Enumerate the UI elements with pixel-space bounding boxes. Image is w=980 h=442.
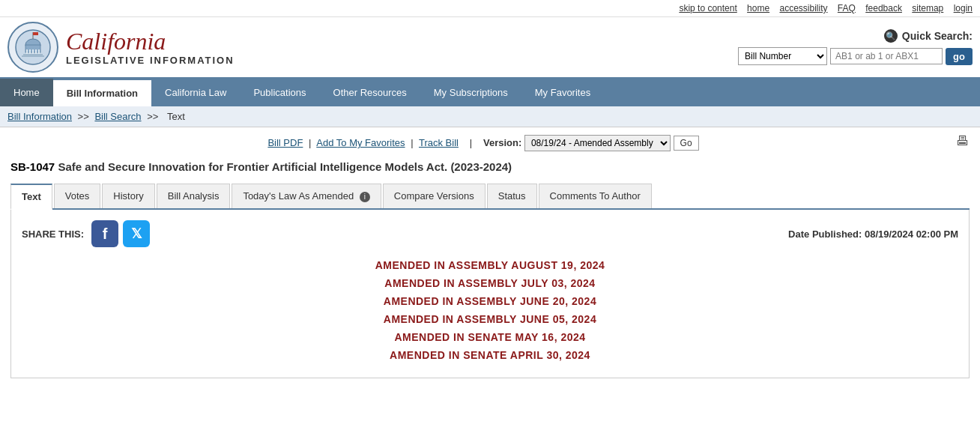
amendment-line: AMENDED IN SENATE MAY 16, 2024 — [22, 331, 958, 343]
svg-rect-8 — [23, 54, 43, 55]
accessibility-link[interactable]: accessibility — [779, 3, 827, 13]
track-bill-link[interactable]: Track Bill — [419, 137, 459, 148]
tab-text[interactable]: Text — [10, 184, 52, 210]
bill-actions-row: 🖶 Bill PDF | Add To My Favorites | Track… — [10, 135, 970, 151]
info-icon: i — [360, 192, 370, 202]
tab-status[interactable]: Status — [487, 184, 537, 208]
amendment-line: AMENDED IN ASSEMBLY JULY 03, 2024 — [22, 277, 958, 289]
amendment-line: AMENDED IN ASSEMBLY JUNE 20, 2024 — [22, 295, 958, 307]
nav-item-other-resources[interactable]: Other Resources — [320, 79, 420, 106]
bill-year-text: (2023-2024) — [450, 160, 512, 173]
print-icon[interactable]: 🖶 — [956, 133, 970, 149]
version-go-button[interactable]: Go — [674, 136, 699, 151]
feedback-link[interactable]: feedback — [865, 3, 902, 13]
logo-area: California LEGISLATIVE INFORMATION — [7, 22, 235, 73]
main-nav: Home Bill Information California Law Pub… — [0, 79, 980, 106]
amendment-line: AMENDED IN SENATE APRIL 30, 2024 — [22, 349, 958, 361]
nav-item-bill-information[interactable]: Bill Information — [53, 79, 151, 106]
bill-title: SB-1047 Safe and Secure Innovation for F… — [10, 159, 970, 175]
sitemap-link[interactable]: sitemap — [912, 3, 943, 13]
nav-item-my-subscriptions[interactable]: My Subscriptions — [420, 79, 521, 106]
search-input[interactable] — [830, 48, 943, 64]
bill-main-title: Safe and Secure Innovation for Frontier … — [58, 160, 447, 173]
twitter-share-button[interactable]: 𝕏 — [123, 220, 150, 247]
skip-to-content-link[interactable]: skip to content — [679, 3, 736, 13]
nav-item-home[interactable]: Home — [0, 79, 53, 106]
bill-number: SB-1047 — [10, 160, 55, 173]
quick-search-label: 🔍 Quick Search: — [884, 29, 973, 43]
header-search: 🔍 Quick Search: Bill Number Statute Year… — [738, 29, 973, 65]
breadcrumb-text: Text — [167, 111, 185, 122]
version-label: Version: — [483, 137, 521, 148]
search-type-select[interactable]: Bill Number Statute Year Chapter Number … — [738, 47, 827, 65]
amendment-list: AMENDED IN ASSEMBLY AUGUST 19, 2024 AMEN… — [22, 259, 958, 361]
svg-rect-5 — [32, 49, 34, 54]
bill-pdf-link[interactable]: Bill PDF — [267, 137, 303, 148]
svg-rect-4 — [29, 49, 31, 54]
share-row: SHARE THIS: f 𝕏 Date Published: 08/19/20… — [22, 220, 958, 247]
tab-comments-to-author[interactable]: Comments To Author — [539, 184, 652, 208]
breadcrumb-bill-search[interactable]: Bill Search — [94, 111, 141, 122]
breadcrumb: Bill Information >> Bill Search >> Text — [0, 106, 980, 127]
go-button[interactable]: go — [946, 48, 973, 65]
tab-content: SHARE THIS: f 𝕏 Date Published: 08/19/20… — [10, 210, 970, 378]
logo-text: California LEGISLATIVE INFORMATION — [66, 29, 235, 66]
nav-item-california-law[interactable]: California Law — [151, 79, 240, 106]
utility-bar: skip to content home accessibility FAQ f… — [0, 0, 980, 17]
breadcrumb-sep-1: >> — [78, 111, 92, 122]
svg-rect-3 — [26, 49, 28, 54]
logo-california: California — [66, 29, 235, 53]
faq-link[interactable]: FAQ — [838, 3, 856, 13]
logo-legislative: LEGISLATIVE INFORMATION — [66, 55, 235, 66]
login-link[interactable]: login — [954, 3, 973, 13]
add-favorites-link[interactable]: Add To My Favorites — [316, 137, 405, 148]
home-utility-link[interactable]: home — [747, 3, 769, 13]
svg-rect-6 — [35, 49, 37, 54]
header: California LEGISLATIVE INFORMATION 🔍 Qui… — [0, 17, 980, 79]
facebook-share-button[interactable]: f — [91, 220, 118, 247]
breadcrumb-bill-information[interactable]: Bill Information — [7, 111, 72, 122]
search-row: Bill Number Statute Year Chapter Number … — [738, 47, 973, 65]
tab-bill-analysis[interactable]: Bill Analysis — [157, 184, 231, 208]
tab-history[interactable]: History — [102, 184, 154, 208]
breadcrumb-sep-2: >> — [147, 111, 161, 122]
nav-item-my-favorites[interactable]: My Favorites — [521, 79, 604, 106]
svg-rect-11 — [33, 32, 38, 35]
tabs: Text Votes History Bill Analysis Today's… — [10, 184, 970, 210]
version-select[interactable]: 08/19/24 - Amended Assembly 07/03/24 - A… — [524, 135, 671, 151]
logo-circle — [7, 22, 58, 73]
tab-todays-law[interactable]: Today's Law As Amended i — [232, 184, 381, 208]
date-published: Date Published: 08/19/2024 02:00 PM — [788, 228, 958, 240]
amendment-line: AMENDED IN ASSEMBLY JUNE 05, 2024 — [22, 313, 958, 325]
svg-rect-9 — [22, 55, 44, 57]
svg-rect-7 — [38, 49, 40, 54]
tab-compare-versions[interactable]: Compare Versions — [383, 184, 486, 208]
amendment-line: AMENDED IN ASSEMBLY AUGUST 19, 2024 — [22, 259, 958, 271]
search-icon: 🔍 — [884, 29, 898, 43]
nav-item-publications[interactable]: Publications — [240, 79, 319, 106]
tab-votes[interactable]: Votes — [54, 184, 101, 208]
content: 🖶 Bill PDF | Add To My Favorites | Track… — [0, 127, 980, 386]
share-label: SHARE THIS: — [22, 228, 84, 240]
